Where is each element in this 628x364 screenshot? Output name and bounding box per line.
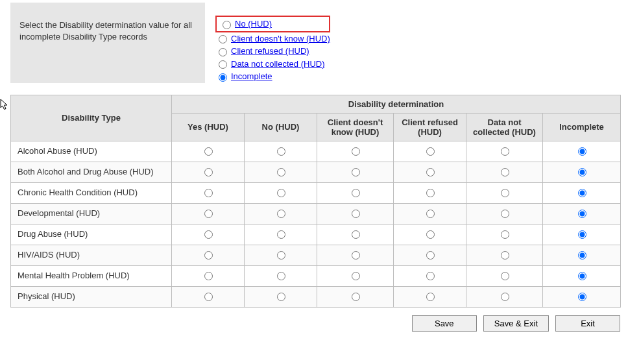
row-radio[interactable]: [578, 251, 586, 260]
radio-cell: [543, 265, 621, 286]
row-radio[interactable]: [352, 293, 360, 301]
table-row: HIV/AIDS (HUD): [11, 245, 621, 265]
row-radio[interactable]: [501, 168, 509, 176]
radio-cell: [317, 162, 394, 182]
row-radio[interactable]: [426, 293, 435, 301]
row-radio[interactable]: [352, 189, 360, 197]
row-radio[interactable]: [352, 168, 360, 176]
radio-cell: [172, 265, 245, 286]
radio-cell: [245, 182, 317, 203]
selector-option-4[interactable]: Incomplete: [215, 70, 330, 83]
row-radio[interactable]: [352, 147, 360, 156]
table-row: Alcohol Abuse (HUD): [11, 141, 621, 162]
row-radio[interactable]: [204, 210, 213, 218]
selector-option-1[interactable]: Client doesn't know (HUD): [215, 32, 330, 45]
radio-cell: [543, 245, 621, 265]
row-radio[interactable]: [501, 272, 509, 280]
row-radio[interactable]: [277, 230, 285, 239]
radio-cell: [543, 162, 621, 182]
radio-cell: [394, 141, 466, 162]
row-radio[interactable]: [501, 147, 509, 156]
row-radio[interactable]: [501, 189, 509, 197]
row-radio[interactable]: [426, 251, 435, 260]
row-radio[interactable]: [578, 272, 586, 280]
selector-option-2[interactable]: Client refused (HUD): [215, 45, 330, 58]
selector-link-4[interactable]: Incomplete: [231, 70, 272, 83]
row-radio[interactable]: [277, 147, 285, 156]
radio-cell: [466, 182, 543, 203]
selector-options-group: No (HUD)Client doesn't know (HUD)Client …: [215, 3, 330, 83]
radio-cell: [466, 203, 543, 224]
row-radio[interactable]: [426, 230, 435, 239]
row-radio[interactable]: [501, 210, 509, 218]
radio-cell: [466, 141, 543, 162]
radio-cell: [172, 182, 245, 203]
cursor-icon: [0, 99, 9, 112]
row-radio[interactable]: [352, 230, 360, 239]
row-radio[interactable]: [352, 251, 360, 260]
row-radio[interactable]: [277, 210, 285, 218]
radio-cell: [543, 141, 621, 162]
row-radio[interactable]: [578, 189, 586, 197]
selector-radio-3[interactable]: [219, 60, 227, 69]
row-radio[interactable]: [204, 230, 213, 239]
table-row: Mental Health Problem (HUD): [11, 265, 621, 286]
row-radio[interactable]: [501, 230, 509, 239]
row-radio[interactable]: [501, 293, 509, 301]
row-radio[interactable]: [426, 168, 435, 176]
selector-link-0[interactable]: No (HUD): [235, 18, 272, 30]
table-row: Physical (HUD): [11, 286, 621, 307]
selector-link-2[interactable]: Client refused (HUD): [231, 45, 309, 58]
row-radio[interactable]: [277, 293, 285, 301]
row-radio[interactable]: [204, 251, 213, 260]
row-radio[interactable]: [578, 168, 586, 176]
radio-cell: [245, 162, 317, 182]
save-button[interactable]: Save: [412, 315, 477, 332]
row-radio[interactable]: [426, 210, 435, 218]
row-radio[interactable]: [204, 272, 213, 280]
radio-cell: [466, 224, 543, 245]
row-radio[interactable]: [578, 147, 586, 156]
row-radio[interactable]: [277, 168, 285, 176]
row-radio[interactable]: [204, 147, 213, 156]
top-selector-panel: Select the Disability determination valu…: [3, 3, 625, 83]
row-radio[interactable]: [277, 272, 285, 280]
selector-radio-0[interactable]: [223, 21, 231, 29]
row-radio[interactable]: [277, 251, 285, 260]
row-radio[interactable]: [426, 272, 435, 280]
selector-option-3[interactable]: Data not collected (HUD): [215, 58, 330, 71]
selector-radio-4[interactable]: [219, 73, 227, 82]
row-radio[interactable]: [204, 189, 213, 197]
col-header-1: No (HUD): [245, 113, 317, 141]
selector-prompt: Select the Disability determination valu…: [10, 3, 205, 83]
radio-cell: [245, 286, 317, 307]
save-exit-button[interactable]: Save & Exit: [483, 315, 549, 332]
row-radio[interactable]: [204, 168, 213, 176]
row-radio[interactable]: [501, 251, 509, 260]
radio-cell: [172, 203, 245, 224]
selector-radio-2[interactable]: [219, 48, 227, 56]
row-radio[interactable]: [426, 189, 435, 197]
radio-cell: [172, 286, 245, 307]
row-radio[interactable]: [578, 210, 586, 218]
row-radio[interactable]: [426, 147, 435, 156]
radio-cell: [394, 162, 466, 182]
row-radio[interactable]: [578, 230, 586, 239]
radio-cell: [317, 265, 394, 286]
radio-cell: [245, 141, 317, 162]
radio-cell: [466, 162, 543, 182]
selector-link-3[interactable]: Data not collected (HUD): [231, 58, 325, 71]
radio-cell: [245, 203, 317, 224]
row-radio[interactable]: [277, 189, 285, 197]
radio-cell: [172, 245, 245, 265]
row-radio[interactable]: [352, 272, 360, 280]
selector-radio-1[interactable]: [219, 35, 227, 43]
row-radio[interactable]: [204, 293, 213, 301]
radio-cell: [543, 182, 621, 203]
row-radio[interactable]: [352, 210, 360, 218]
exit-button[interactable]: Exit: [555, 315, 620, 332]
selector-link-1[interactable]: Client doesn't know (HUD): [231, 32, 330, 45]
disability-table: Disability Type Disability determination…: [10, 95, 621, 308]
row-radio[interactable]: [578, 293, 586, 301]
selector-option-0[interactable]: No (HUD): [215, 16, 330, 32]
